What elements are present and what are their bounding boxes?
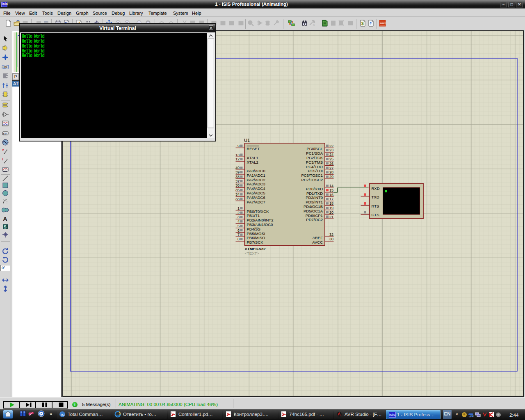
- svg-text:PC3/TMS: PC3/TMS: [306, 160, 323, 164]
- svg-text:20: 20: [329, 210, 333, 215]
- svg-text:CTS: CTS: [372, 212, 379, 217]
- svg-text:16: 16: [329, 193, 333, 197]
- svg-text:22: 22: [329, 144, 333, 148]
- svg-text:PB2/AIN0/INT2: PB2/AIN0/INT2: [247, 218, 274, 222]
- svg-text:12: 12: [235, 157, 240, 161]
- svg-text:25: 25: [329, 157, 333, 161]
- svg-text:33: 33: [235, 197, 240, 201]
- svg-text:PC6/TOSC1: PC6/TOSC1: [301, 173, 323, 178]
- svg-text:XTAL1: XTAL1: [247, 155, 258, 160]
- svg-text:34: 34: [235, 192, 240, 196]
- svg-text:TXD: TXD: [372, 195, 379, 199]
- svg-text:8: 8: [237, 237, 240, 241]
- svg-text:23: 23: [329, 148, 333, 152]
- svg-text:17: 17: [329, 197, 333, 201]
- svg-text:PA5/ADC5: PA5/ADC5: [247, 191, 265, 195]
- svg-text:PD1/TXD: PD1/TXD: [306, 191, 323, 196]
- svg-text:18: 18: [329, 201, 333, 205]
- svg-text:PA1/ADC1: PA1/ADC1: [247, 173, 265, 178]
- svg-text:LBL: LBL: [3, 65, 8, 68]
- svg-text:PD4/OC1B: PD4/OC1B: [304, 204, 323, 209]
- svg-text:1: 1: [237, 206, 240, 210]
- svg-text:27: 27: [329, 166, 333, 170]
- svg-text:ATMEGA32: ATMEGA32: [245, 247, 266, 251]
- svg-text:40: 40: [235, 166, 240, 170]
- svg-text:4: 4: [237, 219, 240, 224]
- svg-text:PC7/TOSC2: PC7/TOSC2: [301, 178, 323, 182]
- svg-text:PC1/SDA: PC1/SDA: [306, 151, 323, 155]
- svg-text:29: 29: [329, 175, 333, 179]
- svg-text:U1: U1: [244, 138, 250, 143]
- svg-text:37: 37: [235, 179, 240, 183]
- svg-text:14: 14: [329, 184, 333, 188]
- svg-text:I: I: [2, 158, 3, 161]
- svg-text:XTAL2: XTAL2: [247, 160, 258, 164]
- svg-text:PB4/SS: PB4/SS: [247, 227, 260, 231]
- svg-text:35: 35: [235, 188, 240, 192]
- svg-text:PD3/INT1: PD3/INT1: [306, 200, 323, 204]
- svg-text:39: 39: [235, 170, 240, 174]
- svg-text:$: $: [361, 21, 364, 26]
- svg-text:PA2/ADC2: PA2/ADC2: [247, 178, 265, 182]
- svg-text:5: 5: [237, 224, 240, 228]
- svg-text:S: S: [4, 225, 7, 229]
- svg-text:26: 26: [329, 162, 333, 166]
- svg-text:19: 19: [329, 206, 333, 210]
- svg-text:28: 28: [329, 170, 333, 174]
- svg-text:PA4/ADC4: PA4/ADC4: [247, 186, 265, 191]
- svg-text:6: 6: [237, 228, 240, 233]
- svg-text:36: 36: [235, 183, 240, 187]
- svg-text:PA6/ADC6: PA6/ADC6: [247, 195, 265, 200]
- svg-text:PC2/TCK: PC2/TCK: [306, 155, 323, 160]
- svg-text:V: V: [2, 148, 4, 151]
- svg-text:A: A: [313, 23, 315, 26]
- svg-text:PB0/T0/XCK: PB0/T0/XCK: [247, 209, 269, 214]
- svg-text:15: 15: [329, 188, 333, 192]
- svg-text:AVCC: AVCC: [312, 240, 323, 244]
- svg-text:PA7/ADC7: PA7/ADC7: [247, 200, 265, 204]
- svg-text:AREF: AREF: [313, 235, 323, 240]
- svg-text:PC5/TDI: PC5/TDI: [308, 169, 323, 173]
- svg-text:<TEXT>: <TEXT>: [245, 251, 260, 256]
- svg-text:PB3/AIN1/OC0: PB3/AIN1/OC0: [247, 222, 273, 227]
- svg-text:13: 13: [235, 153, 240, 157]
- svg-text:RESET: RESET: [247, 146, 260, 151]
- svg-text:3: 3: [237, 215, 240, 219]
- svg-text:21: 21: [329, 215, 333, 219]
- svg-text:PB7/SCK: PB7/SCK: [247, 240, 264, 244]
- svg-text:PB5/MOSI: PB5/MOSI: [247, 231, 265, 236]
- svg-text:PD6/ICP1: PD6/ICP1: [306, 213, 323, 218]
- svg-text:7: 7: [237, 233, 240, 237]
- svg-text:32: 32: [329, 233, 333, 237]
- svg-text:qDP: qDP: [469, 415, 474, 418]
- svg-text:38: 38: [235, 175, 240, 179]
- svg-text:PA0/ADC0: PA0/ADC0: [247, 169, 265, 173]
- svg-text:PC0/SCL: PC0/SCL: [306, 146, 323, 151]
- svg-text:9: 9: [237, 144, 240, 148]
- svg-text:24: 24: [329, 153, 333, 157]
- svg-text:PA3/ADC3: PA3/ADC3: [247, 182, 265, 186]
- svg-text:PB1/T1: PB1/T1: [247, 213, 260, 218]
- svg-text:8.9: 8.9: [3, 132, 7, 135]
- svg-text:TC: TC: [60, 413, 65, 417]
- svg-text:PD0/RXD: PD0/RXD: [306, 187, 323, 191]
- svg-text:PD2/INT0: PD2/INT0: [306, 195, 323, 200]
- svg-text:PD7/OC2: PD7/OC2: [306, 217, 323, 222]
- svg-text:RTS: RTS: [372, 204, 379, 208]
- svg-text:PB6/MISO: PB6/MISO: [247, 235, 265, 240]
- svg-text:2: 2: [237, 211, 240, 215]
- svg-text:30: 30: [329, 237, 333, 241]
- svg-text:A: A: [3, 215, 7, 222]
- svg-text:PC4/TDO: PC4/TDO: [306, 164, 323, 169]
- svg-text:PD5/OC1A: PD5/OC1A: [304, 209, 323, 213]
- svg-text:RXD: RXD: [372, 186, 380, 191]
